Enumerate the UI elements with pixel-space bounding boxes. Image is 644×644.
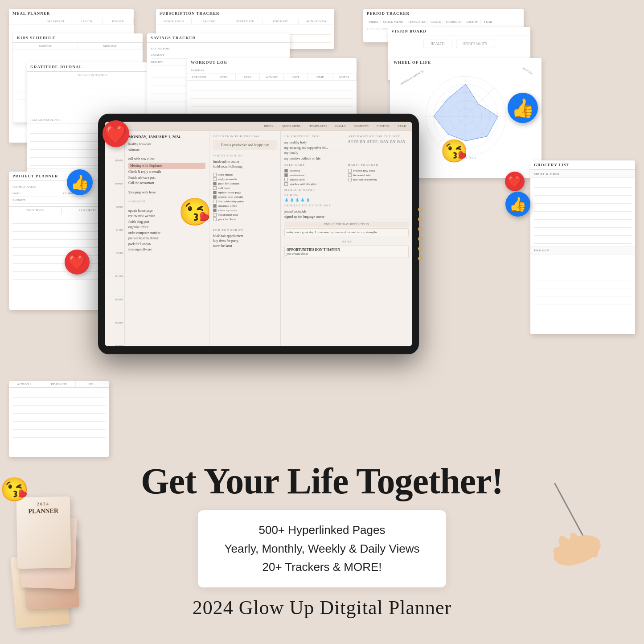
checklist-item-1: reply to emails bbox=[213, 177, 277, 181]
time-0400: 04:00 bbox=[105, 343, 124, 346]
h-check-1 bbox=[348, 173, 352, 177]
schedule-item-dinner: prepare healthy dinner bbox=[128, 236, 205, 242]
svg-marker-9 bbox=[434, 84, 498, 141]
intention-label: INTENTION FOR THE DAY bbox=[213, 135, 277, 138]
notes-box: OPPORTUNITIES DON'T HAPPEN you create th… bbox=[284, 246, 409, 258]
self-care-2: pilates class bbox=[284, 177, 345, 182]
time-0200: 02:00 bbox=[105, 297, 124, 320]
hand-stylus bbox=[528, 475, 608, 564]
checklist-item-9: finish blog post bbox=[213, 213, 277, 217]
tomorrow-item-0: book hair appointment bbox=[213, 234, 277, 238]
time-1100: 11:00 bbox=[105, 227, 124, 250]
time-1000: 10:00 bbox=[105, 204, 124, 227]
nav-index[interactable]: INDEX bbox=[261, 123, 276, 129]
time-1200: 12:00 bbox=[105, 250, 124, 274]
affirmation-label: AFFIRMATION FOR THE DAY bbox=[349, 135, 409, 138]
meal-col-dinner: DINNER bbox=[103, 18, 134, 25]
gratitude-journal-title: GRATITUDE JOURNAL bbox=[27, 62, 158, 72]
checkbox-0 bbox=[213, 173, 217, 176]
checkbox-7 bbox=[213, 204, 217, 208]
nav-quick-menu[interactable]: QUICK MENU bbox=[279, 123, 304, 129]
checkbox-4 bbox=[213, 191, 217, 194]
right-top-section: I'M GRATEFUL FOR my healthy body my amaz… bbox=[284, 135, 409, 161]
schedule-item-meeting: Meeting with Stephanie bbox=[128, 163, 205, 169]
main-headline: Get Your Life Together! bbox=[141, 461, 503, 501]
focus-label: TODAY'S FOCUS bbox=[213, 154, 277, 157]
vision-spirituality: SPIRITUALITY bbox=[456, 40, 495, 48]
tablet-main-content: 07:00 08:00 09:00 10:00 11:00 12:00 01:0… bbox=[105, 131, 412, 346]
meal-planner-title: MEAL PLANNER bbox=[9, 9, 134, 18]
highlight-1: signed up for language course bbox=[284, 214, 409, 220]
h-check-2 bbox=[348, 178, 352, 181]
checkbox-10 bbox=[213, 217, 217, 221]
meals-label: MEALS & WATER bbox=[284, 188, 409, 192]
wheel-of-life-title: WHEEL OF LIFE bbox=[390, 58, 541, 67]
self-care-0: learning bbox=[284, 168, 345, 173]
checklist-item-7: organize office bbox=[213, 204, 277, 208]
sc-check-1 bbox=[284, 173, 288, 177]
habit-label: HABIT TRACKER bbox=[348, 163, 409, 167]
habit-1: increased sale bbox=[348, 173, 409, 177]
habit-2: new site registered bbox=[348, 177, 409, 182]
highlights-section: HIGHLIGHTS OF THE DAY joined bookclub si… bbox=[284, 204, 409, 220]
reflection-label: END OF THE DAY REFLECTION bbox=[284, 222, 409, 227]
time-0800: 08:00 bbox=[105, 158, 124, 181]
checklist-item-4: update home page bbox=[213, 190, 277, 195]
reaction-heart-2: ❤️ bbox=[65, 250, 90, 275]
meals-water-section: MEALS & WATER B L D S W 💧💧💧💧💧 bbox=[284, 188, 409, 202]
habit-col: HABIT TRACKER created new book increased… bbox=[348, 163, 409, 186]
subscription-tracker-title: SUBSCRIPTION TRACKER bbox=[156, 9, 334, 18]
feature-line-1: Yearly, Monthly, Weekly & Daily Views bbox=[225, 540, 420, 558]
features-box: 500+ Hyperlinked Pages Yearly, Monthly, … bbox=[198, 510, 447, 587]
checkbox-1 bbox=[213, 177, 217, 181]
nav-projects[interactable]: PROJECTS bbox=[351, 123, 371, 129]
nav-year[interactable]: YEAR bbox=[395, 123, 409, 129]
reaction-kiss-1: 😘 bbox=[178, 196, 212, 228]
tomorrow-item-1: buy dress for party bbox=[213, 238, 277, 243]
action-items-page: ACTION S... DEADLINE CO... bbox=[9, 381, 109, 457]
checkbox-6 bbox=[213, 200, 217, 203]
grocery-list-page: GROCERY LIST MEAT & FISH FROZEN bbox=[530, 160, 635, 334]
reaction-kiss-3: 😘 bbox=[0, 476, 29, 503]
schedule-item-emails: Check & reply to emails bbox=[128, 169, 205, 175]
schedule-item-london: pack for London bbox=[128, 242, 205, 247]
schedule-item-skincare: skincare bbox=[128, 148, 205, 153]
tablet-screen: INDEX QUICK MENU TEMPLATES GOALS PROJECT… bbox=[105, 122, 412, 346]
gratitude-intention: TODAY'S INTENTION bbox=[27, 72, 158, 79]
nav-custom[interactable]: CUSTOM bbox=[374, 123, 392, 129]
hand-svg bbox=[528, 475, 617, 573]
savings-tracker-title: SAVINGS TRACKER bbox=[147, 33, 290, 43]
grateful-0: my healthy body bbox=[284, 140, 345, 145]
sc-check-0 bbox=[284, 169, 288, 172]
reaction-thumbs-up-2: 👍 bbox=[508, 93, 538, 123]
checklist-item-10: pack for Paris bbox=[213, 217, 277, 222]
checkbox-2 bbox=[213, 182, 217, 185]
svg-point-17 bbox=[591, 541, 599, 558]
nav-templates[interactable]: TEMPLATES bbox=[307, 123, 330, 129]
checkbox-8 bbox=[213, 209, 217, 212]
feature-line-0: 500+ Hyperlinked Pages bbox=[225, 521, 420, 540]
self-care-label: SELF-CARE bbox=[284, 163, 345, 167]
schedule-item-shopping: Shopping with Jesse bbox=[128, 190, 205, 196]
nav-goals[interactable]: GOALS bbox=[332, 123, 348, 129]
reaction-thumbs-up-1: 👍 bbox=[67, 169, 93, 195]
checkbox-3 bbox=[213, 186, 217, 190]
grocery-frozen: FROZEN bbox=[530, 246, 635, 254]
self-care-col: SELF-CARE learning medidolove bbox=[284, 163, 345, 186]
self-care-1: medidolove bbox=[284, 173, 345, 177]
schedule-date: MONDAY, JANUARY 1, 2024 bbox=[128, 135, 205, 139]
schedule-item-selfcare: Finish self-care post bbox=[128, 175, 205, 181]
svg-line-11 bbox=[555, 484, 586, 541]
time-0100: 01:00 bbox=[105, 274, 124, 297]
feature-line-2: 20+ Trackers & MORE! bbox=[225, 558, 420, 577]
checklist-item-2: pack for London bbox=[213, 181, 277, 186]
notes-section: NOTES OPPORTUNITIES DON'T HAPPEN you cre… bbox=[284, 239, 409, 258]
workout-log-title: WORKOUT LOG bbox=[187, 58, 357, 67]
tomorrow-item-2: mow the lawn bbox=[213, 243, 277, 248]
grateful-3: my positive outlook on life bbox=[284, 156, 345, 161]
focus-item-1: build social following bbox=[213, 164, 277, 169]
grocery-meat-fish: MEAT & FISH bbox=[530, 170, 635, 178]
gratitude-section: I'M GRATEFUL FOR my healthy body my amaz… bbox=[284, 135, 345, 161]
highlights-label: HIGHLIGHTS OF THE DAY bbox=[284, 204, 409, 207]
grateful-2: my family bbox=[284, 151, 345, 156]
